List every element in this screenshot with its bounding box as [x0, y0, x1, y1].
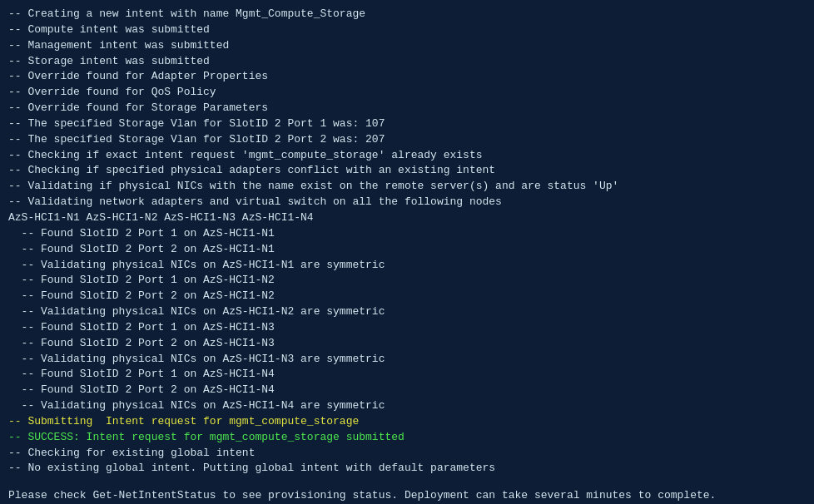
terminal-line: -- Compute intent was submitted — [8, 22, 806, 38]
terminal-line: -- Found SlotID 2 Port 2 on AzS-HCI1-N2 — [8, 289, 806, 304]
terminal-line: -- Validating if physical NICs with the … — [8, 179, 806, 195]
terminal-line: -- Checking if specified physical adapte… — [8, 163, 806, 179]
terminal-line: -- Validating physical NICs on AzS-HCI1-… — [8, 258, 806, 274]
terminal-line: -- The specified Storage Vlan for SlotID… — [8, 116, 806, 132]
terminal-line: -- Validating physical NICs on AzS-HCI1-… — [8, 352, 806, 368]
terminal-window: -- Creating a new intent with name Mgmt_… — [0, 0, 814, 504]
terminal-line: -- Submitting Intent request for mgmt_co… — [8, 414, 806, 430]
terminal-line: -- Validating physical NICs on AzS-HCI1-… — [8, 398, 806, 414]
terminal-line: -- Validating physical NICs on AzS-HCI1-… — [8, 304, 806, 320]
terminal-line: AzS-HCI1-N1 AzS-HCI1-N2 AzS-HCI1-N3 AzS-… — [8, 210, 806, 226]
terminal-line: -- The specified Storage Vlan for SlotID… — [8, 132, 806, 148]
terminal-line: -- Found SlotID 2 Port 1 on AzS-HCI1-N3 — [8, 320, 806, 336]
terminal-line: -- Override found for Storage Parameters — [8, 101, 806, 116]
terminal-line: -- Creating a new intent with name Mgmt_… — [8, 7, 806, 22]
terminal-line: -- Override found for Adapter Properties — [8, 69, 806, 85]
terminal-line: -- Override found for QoS Policy — [8, 85, 806, 101]
terminal-line: -- Found SlotID 2 Port 1 on AzS-HCI1-N1 — [8, 226, 806, 242]
terminal-line: -- Found SlotID 2 Port 2 on AzS-HCI1-N3 — [8, 336, 806, 352]
terminal-line: -- Management intent was submitted — [8, 38, 806, 54]
terminal-line: -- Checking for existing global intent — [8, 446, 806, 462]
blank-line — [8, 477, 806, 488]
terminal-line: -- Found SlotID 2 Port 1 on AzS-HCI1-N2 — [8, 273, 806, 289]
terminal-line: -- Checking if exact intent request 'mgm… — [8, 148, 806, 164]
terminal-line: -- Found SlotID 2 Port 2 on AzS-HCI1-N1 — [8, 242, 806, 258]
terminal-line: -- Found SlotID 2 Port 1 on AzS-HCI1-N4 — [8, 367, 806, 383]
terminal-line: Please check Get-NetIntentStatus to see … — [8, 488, 806, 504]
terminal-line: -- Storage intent was submitted — [8, 54, 806, 70]
terminal-line: -- Validating network adapters and virtu… — [8, 195, 806, 210]
terminal-line: -- No existing global intent. Putting gl… — [8, 461, 806, 477]
terminal-line: -- Found SlotID 2 Port 2 on AzS-HCI1-N4 — [8, 383, 806, 398]
terminal-line: -- SUCCESS: Intent request for mgmt_comp… — [8, 430, 806, 446]
